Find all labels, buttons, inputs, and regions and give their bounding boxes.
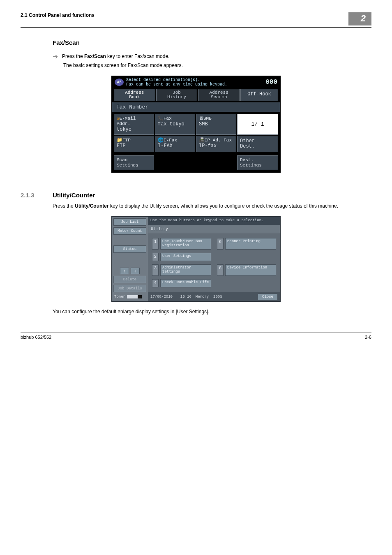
- instruction-line-1: Press the Fax/Scan key to enter Fax/scan…: [62, 53, 169, 59]
- job-details-button[interactable]: Job Details: [113, 285, 146, 292]
- addr-entry-ftp[interactable]: 📁FTP FTP: [114, 136, 154, 152]
- fax-number-field-label[interactable]: Fax Number: [112, 102, 280, 112]
- menu-item-1[interactable]: 1 One-Touch/User Box Registration: [152, 238, 211, 250]
- menu-item-4[interactable]: 4 Check Consumable Life: [152, 279, 211, 287]
- footer-time: 15:16: [180, 295, 191, 299]
- utility-sidebar: Job List Meter Count Status ↑ ↓ Delete J…: [112, 217, 148, 301]
- menu-item-3[interactable]: 3 Administrator Settings: [152, 264, 211, 276]
- arrow-up-button[interactable]: ↑: [120, 268, 129, 274]
- running-header: 2.1 Control Panel and functions 2: [21, 12, 371, 28]
- utility-menu-body: 1 One-Touch/User Box Registration 6 Bann…: [148, 233, 280, 292]
- bottom-spacer: [155, 155, 236, 170]
- arrow-down-button[interactable]: ↓: [131, 268, 140, 274]
- menu-item-2[interactable]: 2 User Settings: [152, 253, 211, 261]
- addr-entry-fax[interactable]: 📞Fax fax-tokyo: [155, 114, 195, 135]
- section-heading-utility: 2.1.3 Utility/Counter: [21, 192, 371, 199]
- tab-address-book[interactable]: Address Book: [114, 89, 155, 101]
- footer-model: bizhub 652/552: [21, 335, 51, 340]
- status-button[interactable]: Status: [113, 245, 146, 253]
- section-number: 2.1.3: [21, 192, 53, 199]
- utility-paragraph: Press the Utility/Counter key to display…: [53, 203, 371, 210]
- utility-screenshot: Job List Meter Count Status ↑ ↓ Delete J…: [111, 216, 281, 302]
- menu-item-6[interactable]: 6 Banner Printing: [217, 238, 276, 250]
- other-dest-button[interactable]: Other Dest.: [237, 136, 278, 152]
- toner-status: Toner: [113, 294, 146, 300]
- menu-item-8[interactable]: 8 Device Information: [217, 264, 276, 276]
- scroll-arrows: ↑ ↓: [113, 268, 146, 274]
- meter-count-button[interactable]: Meter Count: [113, 227, 146, 235]
- faxscan-instruction: ➔ Press the Fax/Scan key to enter Fax/sc…: [53, 53, 371, 68]
- subsection-title-faxscan: Fax/Scan: [53, 39, 371, 46]
- delete-button[interactable]: Delete: [113, 276, 146, 283]
- utility-panel-title: Utility: [148, 225, 280, 233]
- after-fig-text: You can configure the default enlarge di…: [53, 308, 371, 315]
- job-list-button[interactable]: Job List: [113, 218, 146, 226]
- footer-page: 2-6: [365, 335, 371, 340]
- addr-entry-email[interactable]: ✉E-Mail Addr. tokyo: [114, 114, 154, 135]
- page-footer: bizhub 652/552 2-6: [21, 333, 371, 340]
- arrow-icon: ➔: [53, 53, 58, 60]
- prompt-text: Select desired destination(s). Fax can b…: [126, 78, 265, 87]
- addr-entry-ifax[interactable]: 🌐I-Fax I-FAX: [155, 136, 195, 152]
- scan-settings-button[interactable]: Scan Settings: [114, 155, 154, 170]
- addr-entry-ipfax[interactable]: 📠IP Ad. Fax IP-fax: [196, 136, 236, 152]
- addr-entry-smb[interactable]: 🖥SMB SMB: [196, 114, 236, 135]
- off-hook-button[interactable]: Off-Hook: [240, 89, 278, 101]
- dest-settings-button[interactable]: Dest. Settings: [237, 155, 278, 170]
- page-indicator: 1/ 1: [237, 114, 278, 135]
- tab-address-search[interactable]: Address Search: [198, 89, 240, 101]
- faxscan-screenshot: AB Select desired destination(s). Fax ca…: [111, 76, 281, 173]
- instruction-line-2: The basic settings screen for Fax/Scan m…: [63, 62, 371, 68]
- utility-footer: 17/08/2010 15:16 Memory 100% Close: [148, 292, 280, 301]
- tab-job-history[interactable]: Job History: [156, 89, 198, 101]
- toner-gauge-icon: [127, 295, 142, 298]
- destination-counter: 000: [265, 79, 277, 86]
- ab-mode-icon[interactable]: AB: [115, 79, 124, 86]
- close-button[interactable]: Close: [258, 294, 278, 300]
- utility-header-prompt: Use the menu buttons or keypad to make a…: [148, 217, 280, 225]
- footer-date: 17/08/2010: [150, 295, 173, 299]
- header-left: 2.1 Control Panel and functions: [21, 12, 95, 18]
- section-title: Utility/Counter: [53, 192, 95, 199]
- chapter-number-badge: 2: [348, 12, 371, 25]
